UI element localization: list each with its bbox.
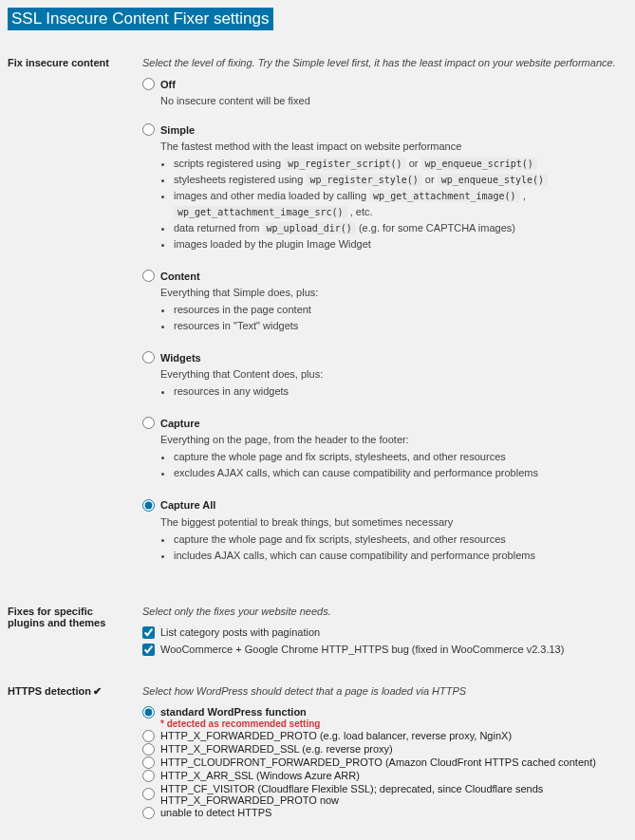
https-radio-unable[interactable]	[142, 807, 155, 819]
https-radio-xfssl-label[interactable]: HTTP_X_FORWARDED_SSL (e.g. reverse proxy…	[160, 743, 393, 755]
plugin-fixes-section: Fixes for specific plugins and themes Se…	[8, 606, 627, 661]
plugin-fix-woo-label[interactable]: WooCommerce + Google Chrome HTTP_HTTPS b…	[160, 644, 564, 655]
https-radio-arrssl-label[interactable]: HTTP_X_ARR_SSL (Windows Azure ARR)	[160, 770, 360, 781]
fix-capture-all-list: capture the whole page and fix scripts, …	[160, 532, 627, 564]
https-radio-xfproto-label[interactable]: HTTP_X_FORWARDED_PROTO (e.g. load balanc…	[160, 730, 512, 741]
fix-widgets-desc: Everything that Content does, plus:	[160, 368, 627, 380]
page-title: SSL Insecure Content Fixer settings	[8, 8, 273, 30]
https-option-standard: standard WordPress function * detected a…	[142, 706, 627, 729]
plugin-fixes-desc: Select only the fixes your website needs…	[142, 606, 627, 617]
fix-radio-capture-all-label[interactable]: Capture All	[160, 499, 215, 511]
fix-off-desc: No insecure content will be fixed	[160, 95, 627, 106]
fix-radio-widgets[interactable]	[142, 351, 155, 364]
fix-capture-desc: Everything on the page, from the header …	[160, 434, 627, 445]
fix-radio-simple[interactable]	[142, 123, 155, 136]
fix-radio-capture-label[interactable]: Capture	[160, 418, 200, 429]
fix-radio-capture[interactable]	[142, 417, 155, 429]
fix-option-capture-all: Capture All The biggest potential to bre…	[142, 499, 627, 564]
https-radio-xfproto[interactable]	[142, 730, 155, 742]
https-radio-cfvisitor[interactable]	[142, 788, 155, 800]
plugin-fix-lcp-checkbox[interactable]	[142, 626, 155, 639]
https-detection-section: HTTPS detection✔ Select how WordPress sh…	[8, 685, 627, 820]
plugin-fixes-label: Fixes for specific plugins and themes	[8, 606, 142, 661]
fix-simple-list: scripts registered using wp_register_scr…	[160, 156, 627, 252]
fix-option-widgets: Widgets Everything that Content does, pl…	[142, 351, 627, 400]
https-detection-desc: Select how WordPress should detect that …	[142, 685, 627, 697]
https-detection-label: HTTPS detection✔	[8, 685, 142, 820]
https-radio-arrssl[interactable]	[142, 770, 155, 782]
fix-radio-widgets-label[interactable]: Widgets	[160, 352, 201, 364]
fix-label: Fix insecure content	[8, 57, 142, 581]
fix-content-desc: Everything that Simple does, plus:	[160, 287, 627, 298]
fix-capture-all-desc: The biggest potential to break things, b…	[160, 516, 627, 528]
https-recommended-note: * detected as recommended setting	[160, 719, 627, 729]
https-radio-cloudfront[interactable]	[142, 756, 155, 769]
fix-option-content: Content Everything that Simple does, plu…	[142, 270, 627, 334]
fix-widgets-list: resources in any widgets	[160, 383, 627, 400]
fix-radio-off[interactable]	[142, 78, 155, 90]
https-radio-unable-label[interactable]: unable to detect HTTPS	[160, 807, 271, 818]
fix-radio-simple-label[interactable]: Simple	[160, 124, 195, 136]
fix-option-simple: Simple The fastest method with the least…	[142, 123, 627, 252]
plugin-fix-lcp-label[interactable]: List category posts with pagination	[160, 626, 320, 638]
fix-content-list: resources in the page content resources …	[160, 302, 627, 334]
https-radio-standard-label[interactable]: standard WordPress function	[160, 706, 307, 718]
fix-capture-list: capture the whole page and fix scripts, …	[160, 449, 627, 481]
https-radio-xfssl[interactable]	[142, 743, 155, 756]
check-icon: ✔	[93, 685, 102, 697]
fix-radio-content[interactable]	[142, 270, 155, 282]
fix-option-off: Off No insecure content will be fixed	[142, 78, 627, 106]
fix-description: Select the level of fixing. Try the Simp…	[142, 57, 627, 68]
fix-insecure-content-section: Fix insecure content Select the level of…	[8, 57, 627, 581]
fix-option-capture: Capture Everything on the page, from the…	[142, 417, 627, 481]
plugin-fix-woo-checkbox[interactable]	[142, 644, 155, 656]
https-radio-standard[interactable]	[142, 706, 155, 719]
fix-radio-off-label[interactable]: Off	[160, 79, 176, 90]
https-radio-cfvisitor-label[interactable]: HTTP_CF_VISITOR (Cloudflare Flexible SSL…	[160, 783, 627, 806]
fix-simple-desc: The fastest method with the least impact…	[160, 140, 627, 152]
fix-radio-content-label[interactable]: Content	[160, 271, 200, 282]
https-radio-cloudfront-label[interactable]: HTTP_CLOUDFRONT_FORWARDED_PROTO (Amazon …	[160, 756, 596, 768]
fix-radio-capture-all[interactable]	[142, 499, 155, 512]
